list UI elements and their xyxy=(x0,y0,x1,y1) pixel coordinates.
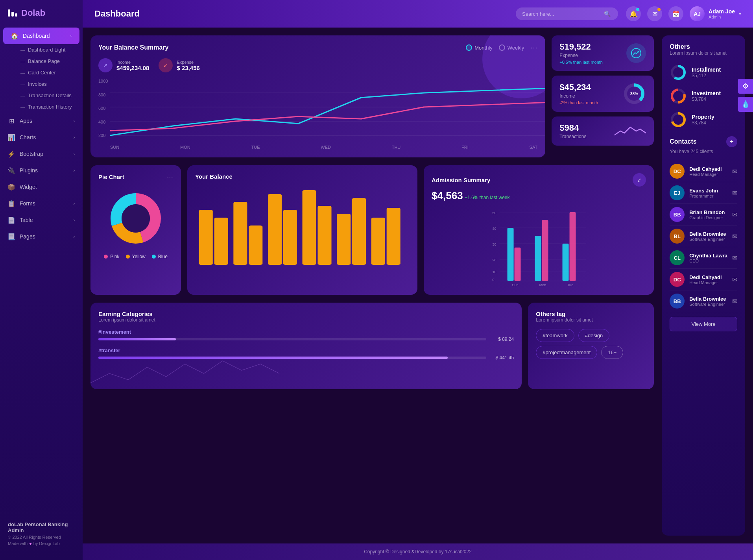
sidebar-sub-card-center[interactable]: Card Center xyxy=(13,67,83,78)
svg-text:30: 30 xyxy=(493,242,496,246)
contact-message-button-6[interactable]: ✉ xyxy=(732,298,737,305)
sidebar-logo-icon xyxy=(8,9,17,17)
pie-chart-header: Pie Chart ⋯ xyxy=(98,173,173,181)
chevron-right-icon: › xyxy=(74,119,75,123)
balance-controls: Monthly Weekly ⋯ xyxy=(466,43,537,52)
contact-info-1: Evans John Programmer xyxy=(689,188,727,198)
content-left: Your Balance Summary Monthly Weekly ⋯ xyxy=(90,35,654,536)
sidebar-sub-invoices[interactable]: Invoices xyxy=(13,78,83,90)
tag-projectmanagement[interactable]: #projectmanagement xyxy=(536,346,597,359)
others-tag-title: Others tag xyxy=(536,310,646,317)
contact-message-button-2[interactable]: ✉ xyxy=(732,211,737,218)
contact-info-4: Chynthia Lawra CEO xyxy=(689,253,727,263)
messages-button[interactable]: ✉ xyxy=(647,6,662,21)
notification-badge xyxy=(636,8,639,11)
svg-rect-16 xyxy=(233,202,247,265)
contacts-title: Contacts xyxy=(670,138,696,145)
contacts-subtitle: You have 245 clients xyxy=(670,149,737,154)
sidebar-item-apps[interactable]: ⊞ Apps › xyxy=(0,113,83,129)
contact-message-button-4[interactable]: ✉ xyxy=(732,254,737,262)
contact-5: DC Dedi Cahyadi Head Manager ✉ xyxy=(670,269,737,290)
admission-collapse-button[interactable]: ↙ xyxy=(633,173,646,187)
contact-message-button-1[interactable]: ✉ xyxy=(732,189,737,197)
property-value: $3,784 xyxy=(692,120,737,126)
search-bar[interactable]: 🔍 xyxy=(516,7,618,20)
sidebar-copyright: © 2022 All Rights Reserved xyxy=(8,535,75,540)
income-card-label: Income xyxy=(559,93,598,99)
contact-name-2: Brian Brandon xyxy=(689,209,727,215)
your-balance-chart xyxy=(195,186,410,273)
income-amount: $45,234 xyxy=(559,82,598,92)
transactions-card: $984 Transactions xyxy=(552,116,654,146)
main-content: Dashboard 🔍 🔔 ✉ 📅 AJ Adam Joe Admin xyxy=(83,0,753,560)
sidebar-item-table[interactable]: 📄 Table › xyxy=(0,212,83,228)
view-more-button[interactable]: View More xyxy=(670,317,737,331)
add-contact-button[interactable]: + xyxy=(726,136,737,147)
expense-card: $19,522 Expense +0.5% than last month xyxy=(552,35,654,71)
sidebar-item-forms[interactable]: 📋 Forms › xyxy=(0,195,83,212)
expense-icon: ↙ xyxy=(159,58,173,72)
calendar-button[interactable]: 📅 xyxy=(668,6,683,21)
sidebar-sub-dashboard-light[interactable]: Dashboard Light xyxy=(13,44,83,55)
admission-chart-svg: 50 40 30 20 10 0 xyxy=(432,208,646,287)
sidebar-item-plugins[interactable]: 🔌 Plugins › xyxy=(0,162,83,179)
contact-role-5: Head Manager xyxy=(689,280,727,285)
weekly-radio[interactable] xyxy=(499,44,505,51)
contact-role-3: Software Engineer xyxy=(689,237,727,242)
sidebar-sub-transaction-history[interactable]: Transaction History xyxy=(13,101,83,113)
pie-legend: Pink Yellow Blue xyxy=(98,254,173,259)
sidebar-label-charts: Charts xyxy=(20,134,36,140)
sidebar-label-dashboard: Dashboard xyxy=(23,33,50,39)
svg-text:40: 40 xyxy=(493,227,496,231)
tag-design[interactable]: #design xyxy=(578,329,610,342)
others-investment: Investment $3,784 xyxy=(670,87,737,105)
sidebar-item-pages[interactable]: 📃 Pages › xyxy=(0,228,83,245)
weekly-option[interactable]: Weekly xyxy=(499,44,524,51)
contact-message-button-5[interactable]: ✉ xyxy=(732,276,737,283)
bootstrap-icon: ⚡ xyxy=(8,150,15,157)
pie-svg xyxy=(104,187,167,250)
theme-button[interactable]: 💧 xyxy=(738,97,753,112)
investment-name: Investment xyxy=(692,90,737,96)
income-info: Income $459,234.08 xyxy=(116,60,149,71)
svg-rect-21 xyxy=(317,206,331,265)
contact-role-2: Graphic Designer xyxy=(689,215,727,220)
monthly-radio[interactable] xyxy=(466,44,472,51)
expense-change: +0.5% than last month xyxy=(559,60,603,65)
sidebar-sub-balance-page[interactable]: Balance Page xyxy=(13,55,83,67)
user-avatar: AJ xyxy=(690,6,705,21)
monthly-option[interactable]: Monthly xyxy=(466,44,493,51)
tag-more[interactable]: 16+ xyxy=(601,346,623,359)
contact-message-button-0[interactable]: ✉ xyxy=(732,168,737,175)
your-balance-header: Your Balance xyxy=(195,173,410,180)
transactions-card-left: $984 Transactions xyxy=(559,123,586,139)
more-options-button[interactable]: ⋯ xyxy=(530,43,537,52)
notifications-button[interactable]: 🔔 xyxy=(626,6,641,21)
property-info: Property $3,784 xyxy=(692,114,737,126)
contact-role-4: CEO xyxy=(689,259,727,263)
footer-text: Copyright © Designed &Developed by 17suc… xyxy=(364,549,472,554)
svg-text:0: 0 xyxy=(493,278,495,282)
pie-more-button[interactable]: ⋯ xyxy=(167,173,173,181)
sidebar-item-dashboard[interactable]: 🏠 Dashboard › xyxy=(3,28,79,44)
tag-teamwork[interactable]: #teamwork xyxy=(536,329,574,342)
earning-bar-fill-0 xyxy=(98,338,176,340)
contact-message-button-3[interactable]: ✉ xyxy=(732,233,737,240)
svg-text:20: 20 xyxy=(493,258,496,262)
contact-avatar-2: BB xyxy=(670,207,685,222)
sidebar-item-bootstrap[interactable]: ⚡ Bootstrap › xyxy=(0,146,83,162)
investment-donut xyxy=(670,87,687,105)
side-settings: ⚙ 💧 xyxy=(738,79,753,112)
sidebar-item-charts[interactable]: 📊 Charts › xyxy=(0,129,83,146)
page-title: Dashboard xyxy=(94,9,508,19)
contact-info-6: Bella Brownlee Software Engineer xyxy=(689,296,727,307)
user-info[interactable]: AJ Adam Joe Admin ▾ xyxy=(690,6,741,21)
expense-card-left: $19,522 Expense +0.5% than last month xyxy=(559,42,603,65)
topbar: Dashboard 🔍 🔔 ✉ 📅 AJ Adam Joe Admin xyxy=(83,0,753,28)
settings-button[interactable]: ⚙ xyxy=(738,79,753,94)
sidebar-sub-transaction-details[interactable]: Transaction Details xyxy=(13,90,83,101)
others-installment: Installment $5,412 xyxy=(670,64,737,81)
sidebar-item-widget[interactable]: 📦 Widget xyxy=(0,179,83,195)
your-balance-title: Your Balance xyxy=(195,173,410,180)
search-input[interactable] xyxy=(522,11,601,17)
